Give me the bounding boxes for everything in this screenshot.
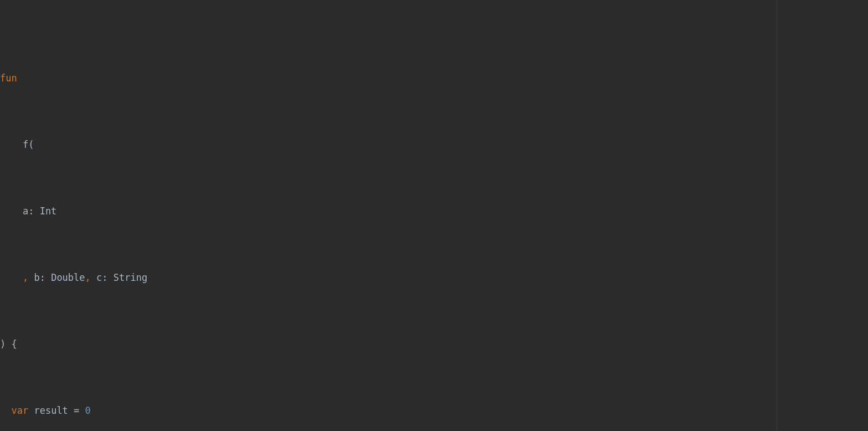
code-line: var result = 0 [0,402,868,419]
code-text: f( [0,139,34,150]
code-text: ) { [0,338,17,350]
code-text: b: Double [28,272,85,283]
comma: , [85,272,91,283]
keyword-fun: fun [0,73,17,84]
number-literal: 0 [85,405,91,416]
code-text: a: Int [0,206,56,217]
code-text: result = [28,405,85,416]
code-text: c: String [91,272,147,283]
code-text [0,272,23,283]
code-editor[interactable]: fun f( a: Int , b: Double, c: String ) {… [0,0,868,431]
indent [0,405,11,416]
code-line: a: Int [0,203,868,219]
keyword-var: var [11,405,28,416]
code-line: fun [0,70,868,86]
comma: , [23,272,28,283]
code-line: ) { [0,336,868,352]
code-line: , b: Double, c: String [0,269,868,286]
code-line: f( [0,136,868,153]
